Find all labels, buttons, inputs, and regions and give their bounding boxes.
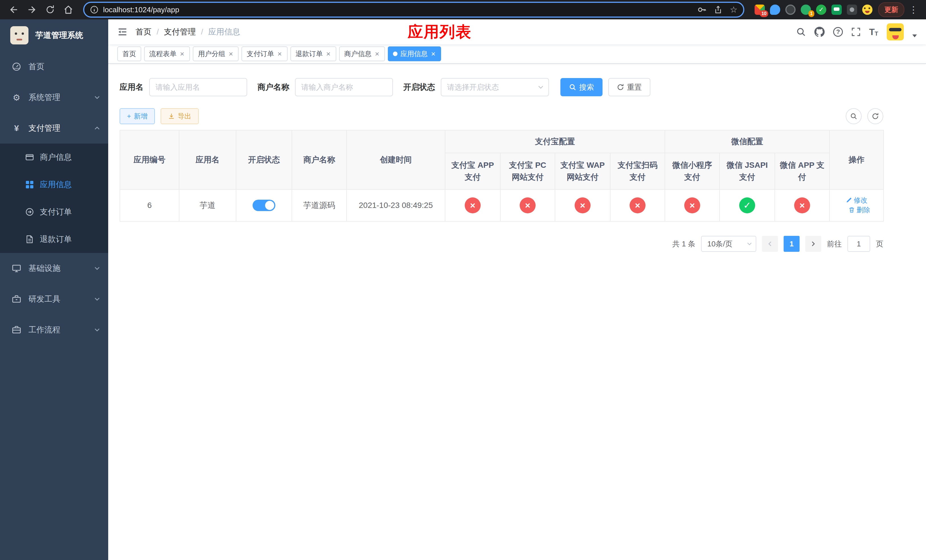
browser-update-button[interactable]: 更新 [878, 2, 904, 17]
sidebar-item-label: 工作流程 [29, 324, 61, 335]
home-icon[interactable] [61, 2, 76, 18]
col-app-id: 应用编号 [120, 130, 179, 189]
extension-chat-icon[interactable] [831, 5, 842, 15]
monitor-icon [11, 264, 22, 273]
close-icon[interactable]: × [277, 50, 282, 58]
download-icon [168, 113, 175, 120]
add-button[interactable]: + 新增 [120, 108, 155, 124]
close-icon[interactable]: × [374, 50, 380, 58]
extension-dark-icon[interactable] [785, 5, 796, 15]
sidebar-item-home[interactable]: 首页 [0, 51, 108, 82]
plus-icon: + [127, 112, 131, 120]
gear-icon: ⚙ [11, 92, 22, 103]
user-avatar[interactable] [887, 23, 904, 41]
close-icon[interactable]: × [179, 50, 185, 58]
back-icon[interactable] [6, 2, 22, 18]
tab-home[interactable]: 首页 [117, 47, 141, 61]
navbar-actions: ? TT [796, 23, 917, 41]
briefcase-icon [11, 325, 22, 334]
share-icon[interactable] [714, 5, 722, 14]
tab-process-form[interactable]: 流程表单 × [144, 47, 190, 61]
sidebar-item-pay-orders[interactable]: 支付订单 [0, 198, 108, 226]
sidebar-item-label: 应用信息 [40, 179, 72, 190]
alipay-wap-status-icon: × [575, 197, 590, 213]
col-action: 操作 [829, 130, 884, 189]
search-icon [850, 112, 857, 120]
extension-avatar-icon[interactable]: 1 [801, 5, 811, 15]
sidebar-item-refund-orders[interactable]: 退款订单 [0, 226, 108, 253]
tab-refund-orders[interactable]: 退款订单 × [291, 47, 336, 61]
next-page-button[interactable] [805, 236, 821, 252]
app-title: 芋道管理系统 [35, 30, 83, 41]
sidebar-item-label: 支付订单 [40, 206, 72, 217]
col-alipay-pc: 支付宝 PC 网站支付 [500, 153, 555, 189]
extension-emoji-icon[interactable] [862, 5, 873, 15]
sidebar-item-dev-tools[interactable]: 研发工具 [0, 284, 108, 315]
export-button[interactable]: 导出 [160, 108, 199, 124]
search-button[interactable]: 搜索 [560, 78, 602, 96]
extension-grid-icon[interactable]: 10 [755, 5, 765, 15]
hide-search-button[interactable] [846, 108, 862, 124]
breadcrumb-home[interactable]: 首页 [136, 26, 151, 37]
github-icon[interactable] [814, 27, 825, 37]
sidebar-item-system[interactable]: ⚙ 系统管理 [0, 82, 108, 113]
browser-menu-icon[interactable]: ⋮ [906, 4, 920, 15]
tab-pay-orders[interactable]: 支付订单 × [242, 47, 287, 61]
app-name-input[interactable] [149, 78, 247, 96]
extensions-puzzle-icon[interactable] [847, 5, 857, 15]
font-size-icon[interactable]: TT [869, 27, 878, 36]
status-select[interactable]: 请选择开启状态 [441, 78, 549, 96]
goto-page-input[interactable] [847, 236, 870, 252]
sidebar-item-workflow[interactable]: 工作流程 [0, 315, 108, 345]
bookmark-star-icon[interactable]: ☆ [730, 5, 737, 14]
sidebar-item-payment[interactable]: ¥ 支付管理 [0, 113, 108, 144]
prev-page-button[interactable] [762, 236, 778, 252]
forward-icon[interactable] [24, 2, 40, 18]
sidebar-item-app-info[interactable]: 应用信息 [0, 171, 108, 198]
toolbox-icon [11, 295, 22, 304]
breadcrumb-current: 应用信息 [209, 26, 240, 37]
app-logo-row[interactable]: 芋道管理系统 [0, 20, 108, 51]
delete-button[interactable]: 删除 [849, 205, 870, 215]
tab-user-group[interactable]: 用户分组 × [193, 47, 239, 61]
sidebar-item-label: 商户信息 [40, 152, 72, 163]
wx-app-status-icon: × [794, 197, 810, 213]
chevron-down-icon [94, 94, 100, 101]
header-search-icon[interactable] [796, 27, 806, 37]
close-icon[interactable]: × [228, 50, 233, 58]
refresh-table-button[interactable] [867, 108, 883, 124]
extension-check-icon[interactable]: ✓ [816, 5, 826, 15]
close-icon[interactable]: × [431, 50, 436, 58]
status-toggle[interactable] [253, 200, 275, 211]
password-key-icon[interactable] [698, 5, 707, 14]
trash-icon [849, 207, 855, 213]
site-info-icon[interactable] [90, 5, 98, 14]
reload-icon[interactable] [42, 2, 58, 18]
reset-button[interactable]: 重置 [608, 78, 651, 96]
page-number-button[interactable]: 1 [784, 236, 800, 252]
close-icon[interactable]: × [326, 50, 331, 58]
chevron-down-icon [747, 241, 752, 247]
merchant-name-input[interactable] [295, 78, 393, 96]
address-bar[interactable]: localhost:1024/pay/app ☆ [83, 2, 744, 18]
tab-app-info[interactable]: 应用信息 × [388, 47, 441, 61]
alipay-app-status-icon: × [465, 197, 481, 213]
help-icon[interactable]: ? [833, 27, 843, 37]
fullscreen-icon[interactable] [851, 27, 861, 36]
url-text[interactable]: localhost:1024/pay/app [103, 5, 693, 14]
col-merchant: 商户名称 [292, 130, 346, 189]
avatar-caret-icon[interactable] [912, 35, 917, 37]
document-icon [25, 235, 34, 244]
tab-merchant-info[interactable]: 商户信息 × [339, 47, 385, 61]
page-size-select[interactable]: 10条/页 [701, 236, 756, 252]
sidebar-item-infrastructure[interactable]: 基础设施 [0, 253, 108, 284]
wx-mini-status-icon: × [684, 197, 700, 213]
col-alipay-app: 支付宝 APP 支付 [445, 153, 500, 189]
sidebar-fold-icon[interactable] [117, 27, 127, 37]
sidebar-item-label: 首页 [29, 61, 44, 72]
edit-button[interactable]: 修改 [846, 196, 867, 205]
cell-app-name: 芋道 [179, 189, 236, 221]
extension-drop-icon[interactable] [770, 5, 780, 15]
sidebar-item-merchant-info[interactable]: 商户信息 [0, 144, 108, 171]
sidebar-item-label: 支付管理 [29, 123, 61, 133]
